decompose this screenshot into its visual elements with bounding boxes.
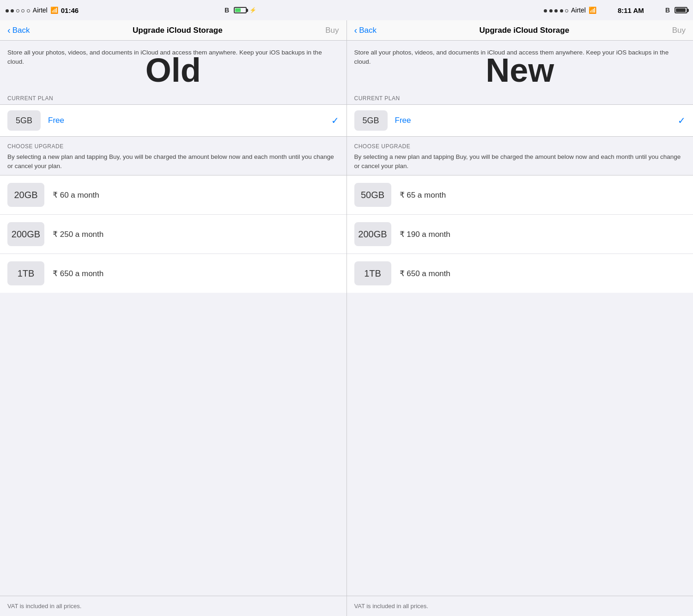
nav-bar-old: ‹ Back Upgrade iCloud Storage Buy	[0, 20, 346, 41]
nav-title-new: Upgrade iCloud Storage	[480, 26, 570, 35]
carrier-right: Airtel	[571, 6, 586, 14]
upgrade-section-new: CHOOSE UPGRADE By selecting a new plan a…	[347, 137, 693, 175]
upgrade-label-old: CHOOSE UPGRADE	[7, 143, 339, 150]
watermark-new: New	[486, 54, 554, 87]
upgrade-row-new-2[interactable]: 1TB ₹ 650 a month	[347, 254, 693, 293]
carrier-left: Airtel	[33, 6, 48, 14]
back-button-new[interactable]: ‹ Back	[354, 25, 377, 36]
wifi-icon-left: 📶	[50, 6, 58, 14]
bluetooth-icon-left: B	[225, 6, 229, 14]
upgrade-row-old-1[interactable]: 200GB ₹ 250 a month	[0, 215, 346, 254]
upgrade-options-new: 50GB ₹ 65 a month 200GB ₹ 190 a month 1T…	[347, 175, 693, 293]
upgrade-desc-new: By selecting a new plan and tapping Buy,…	[354, 152, 686, 170]
back-button-old[interactable]: ‹ Back	[7, 25, 30, 36]
current-plan-price-old: Free	[48, 116, 331, 125]
current-plan-check-new: ✓	[678, 115, 686, 126]
upgrade-row-new-0[interactable]: 50GB ₹ 65 a month	[347, 175, 693, 215]
time-left: 01:46	[61, 6, 79, 14]
current-plan-row-new[interactable]: 5GB Free ✓	[347, 104, 693, 137]
time-right: 8:11 AM	[618, 6, 644, 14]
battery-right	[675, 7, 687, 13]
bluetooth-icon-right: B	[665, 6, 670, 14]
description-old: Store all your photos, videos, and docum…	[0, 41, 346, 87]
signal-dots-left	[6, 6, 30, 14]
upgrade-badge-old-2: 1TB	[7, 261, 44, 285]
upgrade-price-old-0: ₹ 60 a month	[53, 190, 99, 200]
buy-button-old[interactable]: Buy	[325, 26, 339, 35]
footer-old: VAT is included in all prices.	[0, 596, 346, 616]
back-label-old[interactable]: Back	[12, 26, 30, 35]
status-bar: Airtel 📶 01:46 B ⚡ Airtel 📶 8:11 AM B	[0, 0, 693, 20]
upgrade-label-new: CHOOSE UPGRADE	[354, 143, 686, 150]
description-text-old: Store all your photos, videos, and docum…	[7, 49, 322, 65]
current-plan-badge-new: 5GB	[354, 110, 388, 131]
charging-bolt-left: ⚡	[249, 7, 256, 13]
panel-old: ‹ Back Upgrade iCloud Storage Buy Store …	[0, 20, 347, 616]
upgrade-badge-old-1: 200GB	[7, 222, 44, 246]
description-text-new: Store all your photos, videos, and docum…	[354, 49, 669, 65]
upgrade-row-new-1[interactable]: 200GB ₹ 190 a month	[347, 215, 693, 254]
current-plan-label-new: CURRENT PLAN	[347, 87, 693, 104]
upgrade-badge-old-0: 20GB	[7, 183, 44, 207]
status-bar-right: Airtel 📶 8:11 AM B	[346, 6, 687, 14]
nav-bar-new: ‹ Back Upgrade iCloud Storage Buy	[347, 20, 693, 41]
buy-button-new[interactable]: Buy	[672, 26, 686, 35]
panel-new: ‹ Back Upgrade iCloud Storage Buy Store …	[347, 20, 693, 616]
upgrade-section-old: CHOOSE UPGRADE By selecting a new plan a…	[0, 137, 346, 175]
upgrade-price-new-2: ₹ 650 a month	[400, 269, 450, 278]
current-plan-label-old: CURRENT PLAN	[0, 87, 346, 104]
current-plan-price-new: Free	[395, 116, 678, 125]
upgrade-price-old-2: ₹ 650 a month	[53, 269, 103, 278]
upgrade-desc-old: By selecting a new plan and tapping Buy,…	[7, 152, 339, 170]
upgrade-options-old: 20GB ₹ 60 a month 200GB ₹ 250 a month 1T…	[0, 175, 346, 293]
current-plan-row-old[interactable]: 5GB Free ✓	[0, 104, 346, 137]
watermark-old: Old	[146, 54, 201, 87]
upgrade-badge-new-0: 50GB	[354, 183, 391, 207]
description-new: Store all your photos, videos, and docum…	[347, 41, 693, 87]
back-label-new[interactable]: Back	[359, 26, 377, 35]
upgrade-row-old-2[interactable]: 1TB ₹ 650 a month	[0, 254, 346, 293]
current-plan-check-old: ✓	[331, 115, 339, 126]
footer-new: VAT is included in all prices.	[347, 596, 693, 616]
panels-container: ‹ Back Upgrade iCloud Storage Buy Store …	[0, 20, 693, 616]
back-chevron-old: ‹	[7, 25, 11, 36]
current-plan-badge-old: 5GB	[7, 110, 41, 131]
upgrade-price-old-1: ₹ 250 a month	[53, 229, 103, 239]
upgrade-badge-new-1: 200GB	[354, 222, 391, 246]
signal-dots-right	[544, 6, 568, 14]
upgrade-badge-new-2: 1TB	[354, 261, 391, 285]
upgrade-price-new-0: ₹ 65 a month	[400, 190, 446, 200]
battery-left	[234, 7, 247, 13]
nav-title-old: Upgrade iCloud Storage	[133, 26, 223, 35]
back-chevron-new: ‹	[354, 25, 358, 36]
upgrade-price-new-1: ₹ 190 a month	[400, 229, 450, 239]
status-bar-left: Airtel 📶 01:46 B ⚡	[6, 6, 346, 14]
wifi-icon-right: 📶	[589, 6, 596, 14]
upgrade-row-old-0[interactable]: 20GB ₹ 60 a month	[0, 175, 346, 215]
